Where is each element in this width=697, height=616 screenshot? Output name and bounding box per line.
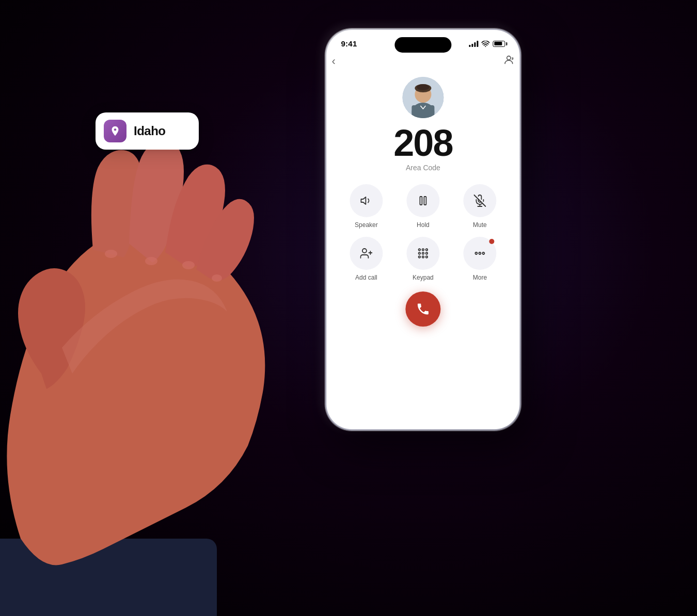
area-code-number: 208 xyxy=(337,124,509,161)
svg-point-27 xyxy=(479,252,481,254)
contact-icon[interactable] xyxy=(503,54,514,69)
svg-point-1 xyxy=(507,56,511,60)
svg-rect-9 xyxy=(420,197,422,205)
svg-point-23 xyxy=(419,256,421,258)
svg-point-18 xyxy=(422,249,424,251)
avatar-image xyxy=(402,77,443,118)
phone-frame-wrapper: 9:41 xyxy=(325,28,521,431)
location-pin-icon xyxy=(104,120,126,142)
svg-point-14 xyxy=(362,249,367,253)
svg-point-20 xyxy=(419,252,421,254)
more-control[interactable]: More xyxy=(454,237,505,281)
more-icon xyxy=(473,247,486,260)
more-button[interactable] xyxy=(463,237,496,270)
keypad-label: Keypad xyxy=(413,274,434,281)
mic-off-icon xyxy=(473,194,486,207)
keypad-icon xyxy=(417,247,429,260)
svg-point-19 xyxy=(426,249,428,251)
svg-point-26 xyxy=(475,252,477,254)
add-person-icon xyxy=(360,247,372,260)
dynamic-island xyxy=(394,37,451,53)
end-call-button[interactable] xyxy=(405,291,440,327)
svg-marker-8 xyxy=(361,197,366,204)
location-text: Idaho xyxy=(134,124,166,138)
signal-bars-icon xyxy=(469,41,478,47)
pause-icon xyxy=(417,194,429,207)
status-icons xyxy=(469,41,505,47)
speaker-label: Speaker xyxy=(355,221,378,229)
battery-icon xyxy=(493,41,505,47)
area-code-label: Area Code xyxy=(337,164,509,172)
hold-control[interactable]: Hold xyxy=(398,184,448,229)
add-call-button[interactable] xyxy=(350,237,383,270)
speaker-button[interactable] xyxy=(350,184,383,217)
status-time: 9:41 xyxy=(341,39,357,48)
avatar xyxy=(402,77,443,118)
svg-point-28 xyxy=(482,252,484,254)
hold-label: Hold xyxy=(417,221,430,229)
svg-point-25 xyxy=(426,256,428,258)
phone-frame: 9:41 xyxy=(325,28,521,431)
add-call-control[interactable]: Add call xyxy=(341,237,391,281)
mute-label: Mute xyxy=(473,221,487,229)
back-button[interactable]: ‹ xyxy=(331,55,335,68)
mute-control[interactable]: Mute xyxy=(454,184,505,229)
speaker-icon xyxy=(360,194,372,207)
svg-point-17 xyxy=(419,249,421,251)
speaker-control[interactable]: Speaker xyxy=(341,184,391,229)
wifi-icon xyxy=(481,41,489,47)
keypad-control[interactable]: Keypad xyxy=(398,237,448,281)
svg-rect-10 xyxy=(424,197,426,205)
keypad-button[interactable] xyxy=(406,237,439,270)
mute-button[interactable] xyxy=(463,184,496,217)
svg-point-21 xyxy=(422,252,424,254)
more-label: More xyxy=(473,274,487,281)
svg-rect-4 xyxy=(411,105,434,118)
controls-grid: Speaker Hold xyxy=(337,184,509,281)
svg-point-7 xyxy=(417,84,429,90)
phone-end-icon xyxy=(416,302,430,316)
phone-screen: 9:41 xyxy=(326,30,519,429)
avatar-container xyxy=(326,77,519,118)
add-call-label: Add call xyxy=(355,274,377,281)
svg-point-24 xyxy=(422,256,424,258)
svg-point-22 xyxy=(426,252,428,254)
hold-button[interactable] xyxy=(406,184,439,217)
location-badge: Idaho xyxy=(96,112,199,150)
area-code-section: 208 Area Code Speaker xyxy=(326,124,519,327)
end-call-container xyxy=(337,291,509,327)
svg-point-0 xyxy=(485,46,486,47)
notification-dot xyxy=(489,239,494,244)
